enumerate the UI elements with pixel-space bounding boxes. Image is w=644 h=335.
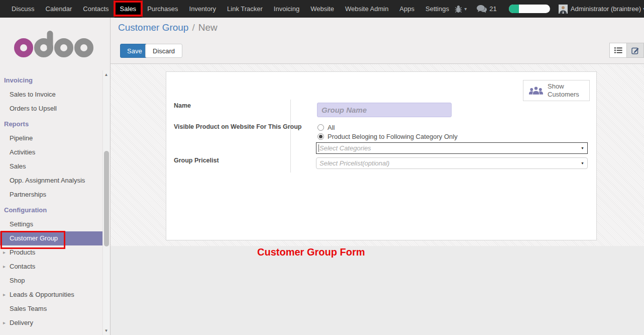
- sidebar-item-leads-opportunities[interactable]: ▸Leads & Opportunities: [0, 288, 102, 302]
- sidebar-item-sales-to-invoice[interactable]: Sales to Invoice: [0, 88, 102, 102]
- sidebar-item-customer-group[interactable]: Customer Group: [0, 231, 102, 245]
- radio-all-label: All: [328, 124, 335, 131]
- messages-menu-button[interactable]: 21: [477, 5, 496, 13]
- breadcrumb-current: New: [198, 22, 218, 33]
- nav-item-settings[interactable]: Settings: [420, 0, 455, 18]
- top-navbar: DiscussCalendarContactsSalesPurchasesInv…: [0, 0, 644, 18]
- nav-item-apps[interactable]: Apps: [394, 0, 420, 18]
- select-categories-placeholder: Select Categories: [316, 144, 371, 152]
- sidebar-item-settings[interactable]: Settings: [0, 217, 102, 231]
- sidebar-item-label: Sales to Invoice: [10, 91, 56, 98]
- sidebar-item-label: Leads & Opportunities: [10, 291, 74, 298]
- sidebar-item-shop[interactable]: Shop: [0, 274, 102, 288]
- discard-button[interactable]: Discard: [145, 44, 182, 58]
- text-cursor: [318, 144, 319, 152]
- sidebar-item-products[interactable]: ▸Products: [0, 245, 102, 260]
- nav-item-website-admin[interactable]: Website Admin: [340, 0, 394, 18]
- sidebar-item-label: Shop: [10, 277, 25, 284]
- select-pricelist-input[interactable]: Select Pricelist(optional) ▼: [316, 157, 588, 169]
- control-panel: Customer Group/New Save Discard: [111, 18, 644, 64]
- sidebar-heading-invoicing: Invoicing: [0, 73, 102, 88]
- sidebar-item-label: Customer Group: [10, 234, 58, 242]
- breadcrumb-separator: /: [192, 22, 194, 33]
- sidebar-item-label: Activities: [10, 148, 35, 156]
- user-menu-label[interactable]: Administrator (braintree): [571, 5, 641, 13]
- sidebar-item-label: Sales: [10, 162, 26, 170]
- nav-item-contacts[interactable]: Contacts: [77, 0, 114, 18]
- sidebar-item-opp-assignment-analysis[interactable]: Opp. Assignment Analysis: [0, 174, 102, 188]
- nav-item-sales[interactable]: Sales: [115, 0, 142, 18]
- caret-down-icon[interactable]: ▾: [464, 6, 467, 12]
- sidebar-menu: InvoicingSales to InvoiceOrders to Upsel…: [0, 72, 102, 330]
- annotation-caption: Customer Group Form: [257, 246, 365, 258]
- sidebar-item-orders-to-upsell[interactable]: Orders to Upsell: [0, 102, 102, 116]
- show-customers-label: Show Customers: [548, 82, 583, 99]
- nav-item-invoicing[interactable]: Invoicing: [268, 0, 305, 18]
- messages-count: 21: [489, 5, 496, 13]
- list-view-button[interactable]: [609, 43, 627, 58]
- radio-all-circle[interactable]: [317, 124, 324, 131]
- breadcrumb-parent[interactable]: Customer Group: [118, 22, 188, 33]
- sidebar-heading-reports: Reports: [0, 117, 102, 131]
- caret-right-icon: ▸: [3, 245, 6, 260]
- form-view-background: Show Customers Name Visible Product on W…: [111, 64, 644, 246]
- outer-background: Customer Group Form: [111, 246, 644, 335]
- save-button[interactable]: Save: [120, 44, 149, 58]
- topbar-right-cluster: ▾ 21 Administrator (braintree) ▾: [455, 0, 644, 18]
- avatar[interactable]: [559, 5, 568, 14]
- view-switcher: [609, 43, 644, 58]
- sidebar-item-contacts[interactable]: ▸Contacts: [0, 260, 102, 274]
- sidebar-item-label: Products: [10, 248, 35, 256]
- select-categories-input[interactable]: Select Categories ▼: [316, 142, 588, 154]
- sidebar-item-partnerships[interactable]: Partnerships: [0, 188, 102, 202]
- sidebar-item-sales[interactable]: Sales: [0, 159, 102, 174]
- odoo-logo: [10, 29, 98, 66]
- visible-product-label: Visible Product on Website For This Grou…: [174, 123, 301, 130]
- nav-item-inventory[interactable]: Inventory: [184, 0, 222, 18]
- progress-pill[interactable]: [509, 5, 550, 13]
- sidebar-item-sales-teams[interactable]: Sales Teams: [0, 302, 102, 316]
- sidebar-item-activities[interactable]: Activities: [0, 145, 102, 159]
- label-column-separator: [290, 100, 291, 173]
- caret-right-icon: ▸: [3, 288, 6, 302]
- radio-category-label: Product Beloging to Following Category O…: [328, 133, 458, 140]
- nav-item-calendar[interactable]: Calendar: [40, 0, 78, 18]
- group-pricelist-label: Group Pricelist: [174, 157, 219, 164]
- caret-right-icon: ▸: [3, 316, 6, 330]
- nav-item-purchases[interactable]: Purchases: [142, 0, 183, 18]
- scrollbar-thumb[interactable]: [104, 151, 109, 246]
- top-nav-items: DiscussCalendarContactsSalesPurchasesInv…: [0, 0, 455, 18]
- caret-down-icon: ▼: [581, 161, 584, 165]
- list-view-icon: [614, 47, 622, 53]
- scroll-up-arrow-icon[interactable]: ▲: [103, 72, 110, 77]
- sidebar-item-label: Orders to Upsell: [10, 105, 57, 112]
- scroll-down-arrow-icon[interactable]: ▼: [103, 328, 110, 333]
- debug-bug-icon[interactable]: [455, 5, 462, 13]
- radio-option-all[interactable]: All: [317, 124, 335, 131]
- sidebar-item-label: Pipeline: [10, 134, 33, 142]
- sidebar-item-delivery[interactable]: ▸Delivery: [0, 316, 102, 330]
- name-label: Name: [174, 102, 191, 109]
- sidebar-item-label: Opp. Assignment Analysis: [10, 177, 85, 184]
- sidebar-item-label: Partnerships: [10, 191, 46, 198]
- form-view-button[interactable]: [626, 43, 644, 58]
- main-area: Customer Group/New Save Discard: [111, 18, 644, 335]
- sidebar-item-label: Contacts: [10, 263, 35, 270]
- users-icon: [528, 86, 544, 96]
- edit-form-icon: [631, 47, 639, 54]
- group-name-input[interactable]: [317, 103, 452, 117]
- select-pricelist-placeholder: Select Pricelist(optional): [316, 159, 389, 167]
- nav-item-website[interactable]: Website: [305, 0, 340, 18]
- breadcrumb: Customer Group/New: [118, 22, 218, 33]
- sidebar-item-label: Sales Teams: [10, 305, 47, 312]
- nav-item-link-tracker[interactable]: Link Tracker: [222, 0, 268, 18]
- chat-bubbles-icon: [477, 5, 487, 13]
- radio-option-category[interactable]: Product Beloging to Following Category O…: [317, 133, 458, 140]
- sidebar: InvoicingSales to InvoiceOrders to Upsel…: [0, 18, 111, 335]
- sidebar-scrollbar[interactable]: ▲ ▼: [102, 70, 110, 335]
- radio-category-circle[interactable]: [317, 133, 324, 140]
- nav-item-discuss[interactable]: Discuss: [6, 0, 40, 18]
- sidebar-item-pipeline[interactable]: Pipeline: [0, 131, 102, 145]
- sidebar-heading-configuration: Configuration: [0, 203, 102, 217]
- show-customers-button[interactable]: Show Customers: [523, 80, 590, 101]
